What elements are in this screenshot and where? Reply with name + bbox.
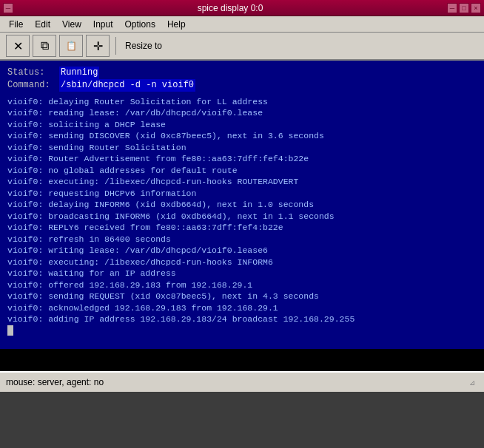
cursor-line: [7, 325, 477, 336]
command-row: Command: /sbin/dhcpcd -d -n vioif0: [7, 79, 477, 92]
menu-file[interactable]: File: [3, 18, 29, 31]
status-bar: mouse: server, agent: no ⊿: [0, 371, 484, 392]
title-bar-controls-left: ─: [3, 3, 13, 13]
menu-help[interactable]: Help: [161, 18, 192, 31]
status-value: Running: [59, 67, 99, 79]
toolbar-separator: [115, 37, 116, 55]
log-line: vioif0: requesting DHCPv6 information: [7, 188, 477, 200]
log-line: vioif0: delaying INFORM6 (xid 0xdb664d),…: [7, 199, 477, 211]
title-bar: ─ spice display 0:0 ─ □ ×: [0, 0, 484, 16]
menu-bar: File Edit View Input Options Help: [0, 16, 484, 33]
log-output: vioif0: delaying Router Solicitation for…: [7, 96, 477, 325]
log-line: vioif0: acknowledged 192.168.29.183 from…: [7, 302, 477, 314]
resize-grip-icon: ⊿: [466, 376, 478, 388]
menu-view[interactable]: View: [56, 18, 87, 31]
command-value: /sbin/dhcpcd -d -n vioif0: [59, 79, 195, 92]
close-icon: ✕: [13, 39, 23, 53]
status-section: Status: Running Command: /sbin/dhcpcd -d…: [7, 67, 477, 92]
black-band: [0, 349, 484, 371]
title-bar-controls-right: ─ □ ×: [447, 3, 481, 13]
log-line: vioif0: delaying Router Solicitation for…: [7, 96, 477, 108]
menu-input[interactable]: Input: [87, 18, 119, 31]
move-toolbar-btn[interactable]: ✛: [86, 35, 110, 57]
close-btn[interactable]: ×: [471, 3, 481, 13]
maximize-btn[interactable]: □: [459, 3, 469, 13]
log-line: vioif0: reading lease: /var/db/dhcpcd/vi…: [7, 107, 477, 119]
log-line: vioif0: sending DISCOVER (xid 0xc87beec5…: [7, 130, 477, 142]
toolbar: ✕ ⧉ 📋 ✛ Resize to: [0, 33, 484, 61]
log-line: vioif0: broadcasting INFORM6 (xid 0xdb66…: [7, 211, 477, 223]
log-line: vioif0: sending Router Solicitation: [7, 142, 477, 154]
menu-options[interactable]: Options: [119, 18, 161, 31]
menu-edit[interactable]: Edit: [29, 18, 56, 31]
log-line: vioif0: no global addresses for default …: [7, 165, 477, 177]
window-title: spice display 0:0: [13, 3, 447, 13]
log-line: vioif0: refresh in 86400 seconds: [7, 234, 477, 245]
paste-icon: 📋: [66, 41, 77, 51]
status-row: Status: Running: [7, 67, 477, 79]
copy-icon: ⧉: [41, 39, 49, 52]
log-line: vioif0: REPLY6 received from fe80::aa63:…: [7, 222, 477, 234]
paste-toolbar-btn[interactable]: 📋: [59, 35, 83, 57]
command-label: Command:: [7, 79, 59, 92]
status-bar-text: mouse: server, agent: no: [6, 377, 466, 387]
log-line: vioif0: executing: /libexec/dhcpcd-run-h…: [7, 257, 477, 268]
copy-toolbar-btn[interactable]: ⧉: [33, 35, 56, 57]
log-line: vioif0: executing: /libexec/dhcpcd-run-h…: [7, 176, 477, 188]
log-line: vioif0: adding IP address 192.168.29.183…: [7, 313, 477, 325]
main-terminal[interactable]: Status: Running Command: /sbin/dhcpcd -d…: [0, 61, 484, 349]
resize-label: Resize to: [125, 41, 162, 51]
window-menu-btn[interactable]: ─: [3, 3, 13, 13]
log-line: vioif0: soliciting a DHCP lease: [7, 119, 477, 131]
log-line: vioif0: waiting for an IP address: [7, 268, 477, 279]
move-icon: ✛: [93, 39, 103, 53]
close-toolbar-btn[interactable]: ✕: [6, 35, 30, 57]
log-line: vioif0: writing lease: /var/db/dhcpcd/vi…: [7, 245, 477, 257]
status-label: Status:: [7, 67, 59, 79]
log-line: vioif0: sending REQUEST (xid 0xc87beec5)…: [7, 291, 477, 302]
log-line: vioif0: Router Advertisement from fe80::…: [7, 153, 477, 165]
log-line: vioif0: offered 192.168.29.183 from 192.…: [7, 279, 477, 291]
minimize-btn[interactable]: ─: [447, 3, 457, 13]
cursor-block: [7, 325, 13, 336]
